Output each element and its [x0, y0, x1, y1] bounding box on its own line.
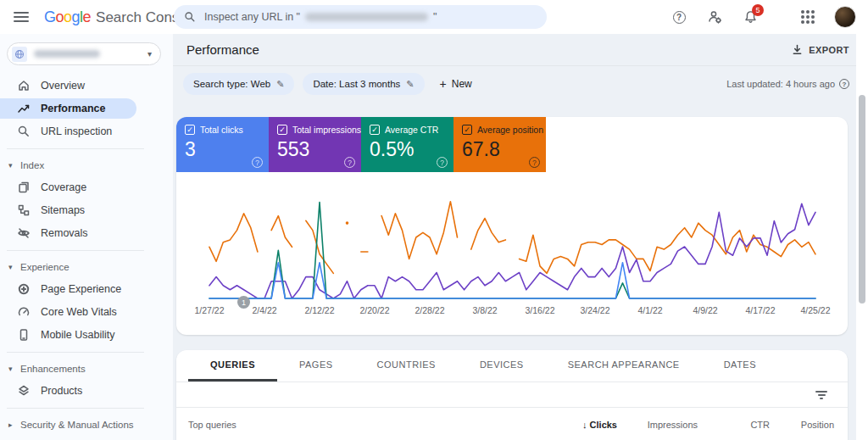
- top-header: Google Search Console Inspect any URL in…: [0, 0, 868, 34]
- x-tick-label: 3/8/22: [472, 305, 497, 315]
- sidebar-item-label: Mobile Usability: [41, 329, 115, 341]
- section-index[interactable]: ▾ Index: [0, 156, 173, 175]
- metric-value: 553: [277, 138, 353, 161]
- checkbox-checked-icon[interactable]: ✓: [462, 125, 472, 135]
- property-name-redacted: [34, 50, 100, 58]
- scrollbar-thumb[interactable]: [859, 95, 865, 304]
- google-logo-letter: g: [72, 8, 81, 25]
- average-ctr-tile[interactable]: ✓ Average CTR 0.5% ?: [361, 117, 453, 172]
- redacted-domain: [305, 13, 428, 21]
- date-range-chip[interactable]: Date: Last 3 months ✎: [303, 73, 424, 95]
- search-placeholder-prefix: Inspect any URL in ": [204, 11, 300, 23]
- google-logo-letter: o: [64, 8, 72, 25]
- sidebar-item-removals[interactable]: Removals: [0, 223, 173, 243]
- section-experience[interactable]: ▾ Experience: [0, 258, 173, 276]
- checkbox-checked-icon[interactable]: ✓: [185, 125, 195, 135]
- total-clicks-tile[interactable]: ✓ Total clicks 3 ?: [176, 117, 269, 172]
- user-settings-icon[interactable]: [705, 8, 724, 26]
- x-tick-label: 4/1/22: [637, 305, 662, 315]
- column-position[interactable]: Position: [770, 420, 834, 430]
- sidebar: ▾ Overview Performance URL inspection ▾ …: [0, 34, 173, 440]
- account-avatar[interactable]: [834, 6, 856, 28]
- column-clicks-sorted[interactable]: ↓ Clicks: [515, 420, 617, 430]
- sidebar-item-overview[interactable]: Overview: [0, 75, 173, 96]
- sidebar-item-core-web-vitals[interactable]: Core Web Vitals: [0, 302, 173, 322]
- export-label: EXPORT: [809, 45, 849, 55]
- google-apps-grid-icon[interactable]: [798, 8, 817, 26]
- edit-pencil-icon: ✎: [276, 79, 284, 90]
- section-label: Enhancements: [20, 364, 86, 374]
- sidebar-item-coverage[interactable]: Coverage: [0, 177, 173, 198]
- average-position-tile[interactable]: ✓ Average position 67.8 ?: [453, 117, 546, 172]
- tab-queries[interactable]: QUERIES: [188, 350, 277, 382]
- help-circle-icon[interactable]: ?: [529, 157, 540, 168]
- google-logo-letter: o: [56, 8, 64, 25]
- title-bar: Performance EXPORT: [173, 34, 868, 66]
- notifications-bell-icon[interactable]: 5: [741, 8, 760, 26]
- divider: [7, 408, 144, 409]
- column-ctr[interactable]: CTR: [698, 420, 770, 430]
- filter-list-icon[interactable]: [815, 391, 827, 399]
- x-tick-label: 2/20/22: [359, 305, 389, 315]
- hamburger-menu-icon[interactable]: [14, 12, 29, 22]
- metric-value: 3: [185, 138, 260, 161]
- section-enhancements[interactable]: ▾ Enhancements: [0, 359, 173, 378]
- sidebar-item-products[interactable]: Products: [0, 381, 173, 401]
- column-top-queries: Top queries: [188, 420, 515, 430]
- help-button[interactable]: ?: [670, 8, 688, 26]
- metric-label: Average CTR: [385, 125, 438, 135]
- new-filter-button[interactable]: + New: [440, 77, 472, 91]
- sidebar-item-label: Coverage: [41, 181, 86, 193]
- checkbox-checked-icon[interactable]: ✓: [370, 125, 380, 135]
- section-security-manual-actions[interactable]: ▸ Security & Manual Actions: [0, 415, 173, 434]
- caret-down-icon: ▾: [147, 49, 152, 58]
- metric-label: Total impressions: [292, 125, 361, 135]
- sidebar-item-page-experience[interactable]: Page Experience: [0, 279, 173, 299]
- eye-off-icon: [17, 226, 31, 240]
- tab-devices[interactable]: DEVICES: [458, 350, 546, 382]
- help-circle-icon[interactable]: ?: [437, 157, 448, 168]
- last-updated-text: Last updated: 4 hours ago: [726, 79, 835, 89]
- tab-countries[interactable]: COUNTRIES: [355, 350, 458, 382]
- sidebar-item-performance[interactable]: Performance: [0, 98, 136, 119]
- google-logo: Google: [44, 8, 91, 26]
- help-circle-icon[interactable]: ?: [839, 79, 849, 89]
- speedometer-icon: [17, 305, 31, 319]
- help-circle-icon[interactable]: ?: [252, 157, 263, 168]
- sidebar-item-sitemaps[interactable]: Sitemaps: [0, 200, 173, 220]
- metric-label: Total clicks: [200, 125, 243, 135]
- tab-dates[interactable]: DATES: [702, 350, 778, 382]
- column-impressions[interactable]: Impressions: [617, 420, 698, 430]
- search-type-chip[interactable]: Search type: Web ✎: [183, 73, 294, 95]
- notification-count-badge: 5: [752, 4, 764, 16]
- coverage-pages-icon: [17, 181, 31, 194]
- filter-bar: Search type: Web ✎ Date: Last 3 months ✎…: [173, 66, 868, 102]
- total-impressions-tile[interactable]: ✓ Total impressions 553 ?: [269, 117, 361, 172]
- property-selector[interactable]: ▾: [7, 42, 161, 65]
- search-console-app: Google Search Console Inspect any URL in…: [0, 0, 868, 440]
- queries-table-card: QUERIES PAGES COUNTRIES DEVICES SEARCH A…: [176, 350, 848, 440]
- url-inspect-search-input[interactable]: Inspect any URL in " ": [174, 5, 547, 29]
- dimension-tabs: QUERIES PAGES COUNTRIES DEVICES SEARCH A…: [176, 350, 848, 382]
- chevron-expanded-icon: ▾: [8, 365, 20, 373]
- export-button[interactable]: EXPORT: [792, 44, 849, 55]
- section-label: Experience: [20, 262, 70, 272]
- tab-pages[interactable]: PAGES: [277, 350, 355, 382]
- checkbox-checked-icon[interactable]: ✓: [277, 125, 287, 135]
- sidebar-item-url-inspection[interactable]: URL inspection: [0, 121, 173, 142]
- new-label: New: [452, 78, 472, 90]
- tab-search-appearance[interactable]: SEARCH APPEARANCE: [546, 350, 702, 382]
- x-tick-label: 2/28/22: [415, 305, 444, 315]
- sidebar-item-mobile-usability[interactable]: Mobile Usability: [0, 325, 173, 345]
- sidebar-item-label: Core Web Vitals: [41, 306, 117, 318]
- vertical-scrollbar: [856, 34, 868, 440]
- x-tick-label: 3/24/22: [580, 305, 609, 315]
- sidebar-item-label: Removals: [41, 227, 88, 239]
- help-circle-icon[interactable]: ?: [344, 157, 355, 168]
- google-logo-letter: e: [83, 8, 92, 25]
- sort-arrow-down-icon: ↓: [582, 420, 587, 430]
- property-icon: [12, 47, 27, 62]
- chevron-expanded-icon: ▾: [8, 263, 20, 271]
- sidebar-item-label: Overview: [41, 80, 85, 92]
- metric-label: Average position: [477, 125, 543, 135]
